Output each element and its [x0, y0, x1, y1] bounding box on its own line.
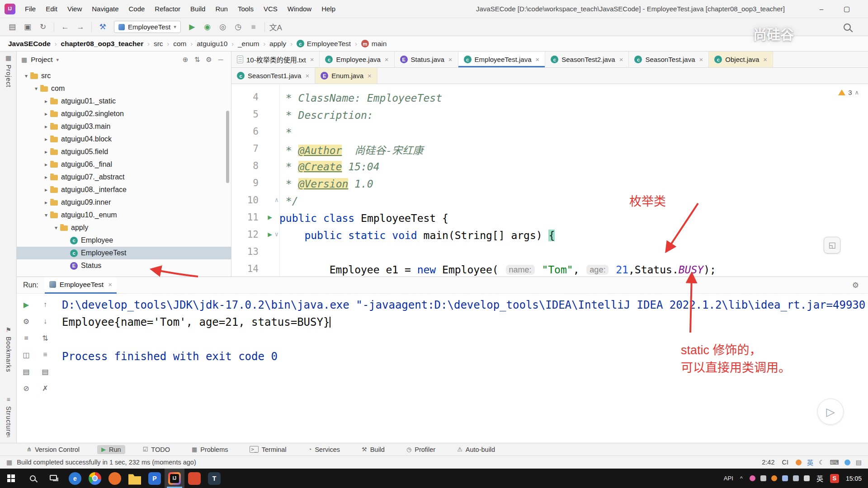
close-icon[interactable]: × — [619, 56, 623, 63]
stripe-bookmarks[interactable]: ⚑Bookmarks — [0, 326, 17, 372]
coverage-icon[interactable]: ◎ — [215, 20, 231, 34]
locate-icon[interactable]: ⊕ — [179, 56, 191, 64]
clear-all-icon[interactable]: ✗ — [40, 383, 51, 394]
menu-run[interactable]: Run — [210, 0, 233, 18]
toolwindow-version-control[interactable]: ⋔Version Control — [23, 445, 84, 454]
breadcrumb-item-javasecode[interactable]: JavaSECode — [7, 40, 52, 48]
menu-help[interactable]: Help — [316, 0, 340, 18]
profiler-icon[interactable]: ◷ — [231, 20, 246, 34]
breadcrumb-item-employeetest[interactable]: cEmployeeTest — [296, 40, 352, 48]
tree-item-atguigu02.singleton[interactable]: ▸atguigu02.singleton — [17, 108, 231, 120]
tree-item-atguigu08._interface[interactable]: ▸atguigu08._interface — [17, 183, 231, 196]
tree-item-src[interactable]: ▾src — [17, 70, 231, 82]
toolwindow-todo[interactable]: ☑TODO — [139, 445, 174, 454]
tray-expand-icon[interactable]: ^ — [740, 475, 743, 482]
toolwindow-profiler[interactable]: ◷Profiler — [402, 445, 439, 454]
breadcrumb-item-chapter08_oop3_teacher[interactable]: chapter08_oop3_teacher — [60, 40, 145, 48]
toolwindow-build[interactable]: ⚒Build — [358, 445, 389, 454]
gear-icon[interactable]: ⚙ — [852, 281, 859, 290]
tree-chevron[interactable]: ▾ — [22, 73, 30, 79]
tree-chevron[interactable]: ▸ — [42, 111, 50, 117]
taskbar-app-red-app[interactable] — [184, 469, 204, 488]
tab-enum.java[interactable]: EEnum.java× — [315, 68, 377, 84]
tree-chevron[interactable]: ▸ — [42, 187, 50, 193]
close-icon[interactable]: × — [368, 72, 372, 80]
tray-display-icon[interactable] — [793, 475, 799, 481]
edit-configuration-icon[interactable]: ⚙ — [21, 316, 32, 327]
tree-item-atguigu09.inner[interactable]: ▸atguigu09.inner — [17, 196, 231, 209]
tree-chevron[interactable]: ▾ — [42, 212, 50, 218]
breadcrumb-item-apply[interactable]: apply — [269, 40, 287, 48]
tree-item-atguigu03.main[interactable]: ▸atguigu03.main — [17, 120, 231, 133]
prev-occurrence-icon[interactable]: ↑ — [40, 299, 51, 310]
restore-layout-icon[interactable]: ▤ — [21, 366, 32, 377]
tray-mic-icon[interactable] — [760, 475, 766, 481]
menu-vcs[interactable]: VCS — [259, 0, 283, 18]
tree-chevron[interactable]: ▸ — [42, 174, 50, 180]
settings-icon[interactable]: ⚙ — [203, 56, 215, 64]
close-icon[interactable]: × — [385, 56, 389, 63]
debug-icon[interactable]: ◉ — [200, 20, 215, 34]
tab-employee.java[interactable]: cEmployee.java× — [320, 52, 394, 67]
close-icon[interactable]: × — [108, 281, 112, 288]
tree-chevron[interactable]: ▾ — [32, 85, 40, 92]
toolwindow-terminal[interactable]: >_Terminal — [245, 445, 290, 454]
taskbar-app-idea[interactable]: IJ — [165, 469, 184, 488]
close-icon[interactable]: × — [699, 56, 703, 63]
menu-refactor[interactable]: Refactor — [150, 0, 185, 18]
print-icon[interactable]: ▤ — [40, 366, 51, 377]
stripe-project[interactable]: ▦Project — [0, 54, 17, 88]
tree-chevron[interactable]: ▸ — [42, 161, 50, 168]
taskbar-search-button[interactable] — [22, 469, 43, 488]
taskbar-app-browser[interactable] — [105, 469, 125, 488]
screen-capture-button[interactable]: ◱ — [824, 237, 840, 253]
menu-navigate[interactable]: Navigate — [87, 0, 123, 18]
menu-view[interactable]: View — [62, 0, 87, 18]
tree-item-atguigu06._final[interactable]: ▸atguigu06._final — [17, 158, 231, 171]
tree-chevron[interactable]: ▸ — [42, 136, 50, 142]
toolwindow-problems[interactable]: ▦Problems — [188, 445, 232, 454]
run-line-icon[interactable]: ▶ — [268, 213, 272, 221]
tree-chevron[interactable]: ▸ — [42, 149, 50, 155]
tray-user-icon[interactable] — [844, 460, 850, 465]
tab-10-枚举类的使用.txt[interactable]: 10-枚举类的使用.txt× — [231, 52, 320, 67]
tray-keyboard-icon[interactable]: ⌨ — [830, 459, 839, 466]
tray-widget-icon[interactable]: ▤ — [856, 459, 862, 466]
tree-item-atguigu07._abstract[interactable]: ▸atguigu07._abstract — [17, 171, 231, 183]
fold-icon[interactable]: ∨ — [275, 230, 278, 238]
ime-language-indicator[interactable]: 英 — [816, 474, 823, 483]
run-tab[interactable]: EmployeeTest × — [45, 277, 117, 294]
next-occurrence-icon[interactable]: ↓ — [40, 316, 51, 327]
breadcrumb-item-main[interactable]: mmain — [360, 40, 388, 48]
menu-edit[interactable]: Edit — [41, 0, 62, 18]
run-icon[interactable]: ▶ — [184, 20, 200, 34]
menu-code[interactable]: Code — [123, 0, 150, 18]
tray-volume-icon[interactable] — [804, 475, 810, 481]
tree-chevron[interactable]: ▸ — [42, 199, 50, 206]
close-icon[interactable]: ⊘ — [21, 383, 32, 394]
tray-ime-lang-icon[interactable]: 英 — [807, 458, 813, 467]
stop-icon[interactable]: ■ — [246, 20, 261, 34]
tab-seasontest2.java[interactable]: cSeasonTest2.java× — [545, 52, 629, 67]
scroll-to-end-icon[interactable]: ≡ — [40, 349, 51, 360]
toolwindow-auto-build[interactable]: ⚠Auto-build — [453, 445, 499, 454]
dump-threads-icon[interactable]: ◫ — [21, 349, 32, 360]
taskbar-app-explorer[interactable] — [125, 469, 145, 488]
caret-position[interactable]: 2:42 — [762, 459, 774, 466]
hide-icon[interactable]: ─ — [215, 56, 226, 64]
tree-chevron[interactable]: ▸ — [42, 123, 50, 130]
sogou-ime-icon[interactable]: S — [830, 474, 839, 483]
chevron-down-icon[interactable]: ▾ — [56, 57, 59, 63]
breadcrumb-item-com[interactable]: com — [172, 40, 187, 48]
tree-item-employee[interactable]: cEmployee — [17, 234, 231, 247]
close-icon[interactable]: × — [536, 56, 540, 63]
tree-item-com[interactable]: ▾com — [17, 82, 231, 95]
tree-item-atguigu01._static[interactable]: ▸atguigu01._static — [17, 95, 231, 108]
inspections-widget[interactable]: 3 ∧ — [838, 89, 859, 96]
soft-wrap-icon[interactable]: ⇅ — [40, 333, 51, 343]
video-play-overlay-button[interactable]: ▷ — [817, 399, 844, 425]
expand-collapse-icon[interactable]: ⇅ — [191, 56, 203, 64]
breadcrumb-item-src[interactable]: src — [153, 40, 164, 48]
toolwindow-toggle-icon[interactable]: ▦ — [6, 459, 12, 466]
task-view-button[interactable] — [43, 469, 65, 488]
